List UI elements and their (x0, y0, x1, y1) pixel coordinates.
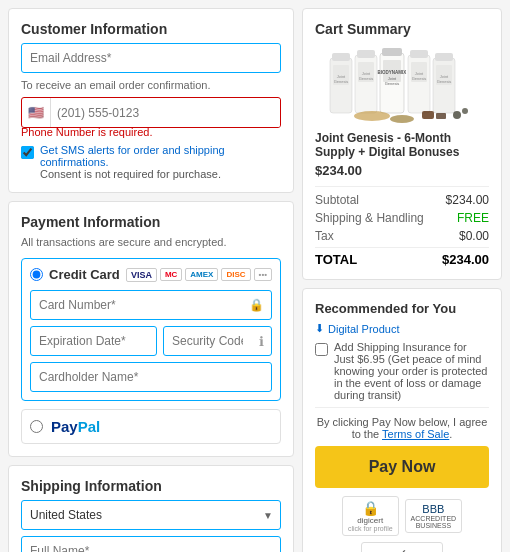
shipping-info-title: Shipping Information (21, 478, 281, 494)
summary-divider (315, 186, 489, 187)
info-icon: ℹ (259, 334, 264, 349)
credit-card-header: Credit Card VISA MC AMEX DISC ••• (30, 267, 272, 282)
svg-point-31 (462, 108, 468, 114)
phone-row: 🇺🇸 (21, 97, 281, 128)
svg-rect-1 (332, 53, 350, 61)
shipping-row: Shipping & Handling FREE (315, 211, 489, 225)
visa-icon: VISA (126, 268, 157, 282)
trust-badges: 🔒 digicert click for profile BBB ACCREDI… (315, 496, 489, 552)
pay-now-button[interactable]: Pay Now (315, 446, 489, 488)
terms-text: By clicking Pay Now below, I agree to th… (315, 416, 489, 440)
other-card-icon: ••• (254, 268, 272, 281)
mastercard-icon: MC (160, 268, 182, 281)
credit-card-label[interactable]: Credit Card (30, 267, 120, 282)
country-select[interactable]: United States Canada United Kingdom (21, 500, 281, 530)
total-row: TOTAL $234.00 (315, 247, 489, 267)
terms-of-sale-link[interactable]: Terms of Sale (382, 428, 449, 440)
paypal-radio[interactable] (30, 420, 43, 433)
amex-icon: AMEX (185, 268, 218, 281)
svg-rect-28 (422, 111, 434, 119)
tax-row: Tax $0.00 (315, 229, 489, 243)
credit-card-radio[interactable] (30, 268, 43, 281)
expiry-security-row: ℹ (30, 326, 272, 356)
credit-card-option[interactable]: Credit Card VISA MC AMEX DISC ••• 🔒 (21, 258, 281, 401)
product-name: Joint Genesis - 6-Month Supply + Digital… (315, 131, 489, 159)
card-number-field[interactable] (30, 290, 272, 320)
svg-rect-11 (382, 48, 402, 56)
email-field[interactable] (21, 43, 281, 73)
product-image-area: Joint Genesis Joint Genesis BIODYNAMIX J… (315, 43, 489, 123)
paypal-label[interactable]: PayPal (30, 418, 272, 435)
customer-info-card: Customer Information To receive an email… (8, 8, 294, 193)
svg-rect-29 (436, 113, 446, 119)
phone-flag-icon: 🇺🇸 (22, 98, 51, 127)
recommended-card: Recommended for You ⬇ Digital Product Ad… (302, 288, 502, 552)
svg-rect-22 (435, 53, 453, 61)
discover-icon: DISC (221, 268, 250, 281)
svg-text:Genesis: Genesis (412, 76, 427, 81)
svg-text:Genesis: Genesis (437, 79, 452, 84)
payment-options: Credit Card VISA MC AMEX DISC ••• 🔒 (21, 258, 281, 444)
cart-summary-title: Cart Summary (315, 21, 489, 37)
security-code-field[interactable] (163, 326, 272, 356)
lock-icon: 🔒 (249, 298, 264, 312)
country-wrapper: United States Canada United Kingdom ▼ (21, 500, 281, 530)
product-price: $234.00 (315, 163, 489, 178)
svg-point-30 (453, 111, 461, 119)
bbb-icon: BBB (422, 503, 444, 515)
email-hint: To receive an email order confirmation. (21, 79, 281, 91)
payment-subtitle: All transactions are secure and encrypte… (21, 236, 281, 248)
trustedsite-badge: ✓ TrustedSite SECURE CHECKOUT (361, 542, 443, 552)
recommended-title: Recommended for You (315, 301, 489, 316)
svg-text:BIODYNAMIX: BIODYNAMIX (378, 70, 407, 75)
digital-product-row: ⬇ Digital Product (315, 322, 489, 335)
customer-info-title: Customer Information (21, 21, 281, 37)
sms-row: Get SMS alerts for order and shipping co… (21, 144, 281, 180)
cardholder-name-field[interactable] (30, 362, 272, 392)
paypal-logo: PayPal (51, 418, 100, 435)
svg-text:Genesis: Genesis (334, 79, 349, 84)
digicert-icon: 🔒 (362, 500, 379, 516)
svg-text:Genesis: Genesis (359, 76, 374, 81)
security-wrapper: ℹ (163, 326, 272, 356)
svg-rect-17 (410, 50, 428, 58)
paypal-option[interactable]: PayPal (21, 409, 281, 444)
sms-label: Get SMS alerts for order and shipping co… (40, 144, 281, 180)
trustedsite-icon: ✓ (396, 546, 408, 552)
digicert-badge: 🔒 digicert click for profile (342, 496, 399, 536)
payment-info-card: Payment Information All transactions are… (8, 201, 294, 457)
svg-text:Genesis: Genesis (385, 81, 400, 86)
fullname-field[interactable] (21, 536, 281, 552)
svg-point-26 (354, 111, 390, 121)
subtotal-row: Subtotal $234.00 (315, 193, 489, 207)
svg-point-27 (390, 115, 414, 123)
shipping-insurance-row: Add Shipping Insurance for Just $6.95 (G… (315, 341, 489, 401)
payment-info-title: Payment Information (21, 214, 281, 230)
download-icon: ⬇ (315, 322, 324, 335)
shipping-insurance-checkbox[interactable] (315, 343, 328, 356)
sms-checkbox[interactable] (21, 146, 34, 159)
card-number-wrapper: 🔒 (30, 290, 272, 320)
terms-divider (315, 407, 489, 408)
bbb-badge: BBB ACCREDITED BUSINESS (405, 499, 463, 533)
svg-rect-6 (357, 50, 375, 58)
cart-summary-card: Cart Summary Joint Genesis Joint Genesis (302, 8, 502, 280)
product-bottles-svg: Joint Genesis Joint Genesis BIODYNAMIX J… (322, 43, 482, 123)
phone-error-msg: Phone Number is required. (21, 126, 281, 138)
shipping-info-card: Shipping Information United States Canad… (8, 465, 294, 552)
card-icons: VISA MC AMEX DISC ••• (126, 268, 272, 282)
expiration-field[interactable] (30, 326, 157, 356)
phone-input[interactable] (51, 99, 280, 127)
